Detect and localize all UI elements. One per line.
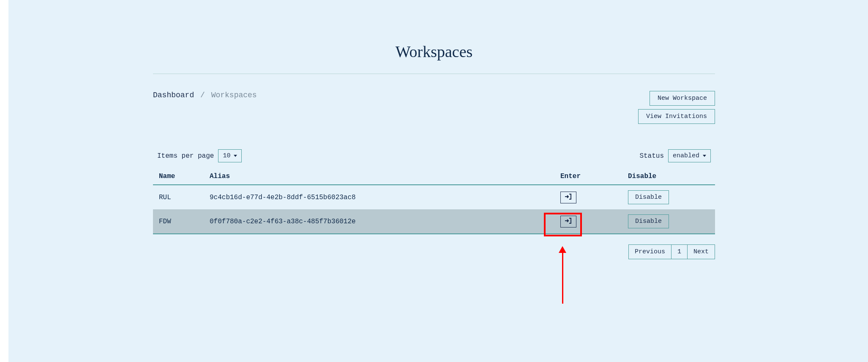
page-number-button[interactable]: 1 <box>671 244 688 259</box>
caret-down-icon <box>234 155 237 157</box>
cell-enter <box>554 209 622 234</box>
header-enter: Enter <box>554 168 622 185</box>
view-invitations-button[interactable]: View Invitations <box>638 109 715 124</box>
cell-disable: Disable <box>622 185 715 209</box>
main-container: Workspaces Dashboard / Workspaces New Wo… <box>153 0 715 259</box>
action-buttons: New Workspace View Invitations <box>638 91 715 124</box>
status-control: Status enabled <box>639 149 711 162</box>
cell-alias: 9c4cb16d-e77d-4e2b-8ddf-6515b6023ac8 <box>204 185 554 209</box>
cell-name: RUL <box>153 185 204 209</box>
cell-alias: 0f0f780a-c2e2-4f63-a38c-485f7b36012e <box>204 209 554 234</box>
items-per-page-select[interactable]: 10 <box>218 149 242 162</box>
items-per-page-value: 10 <box>223 152 230 159</box>
next-page-button[interactable]: Next <box>687 244 715 259</box>
breadcrumb-current: Workspaces <box>211 91 257 99</box>
pagination: Previous 1 Next <box>153 244 715 259</box>
cell-disable: Disable <box>622 209 715 234</box>
breadcrumb-separator: / <box>200 91 205 99</box>
page-title: Workspaces <box>153 42 715 74</box>
header-row: Dashboard / Workspaces New Workspace Vie… <box>153 91 715 124</box>
status-label: Status <box>639 152 664 160</box>
workspaces-table: Name Alias Enter Disable RUL 9c4cb16d-e7… <box>153 168 715 234</box>
enter-workspace-button[interactable] <box>560 192 576 203</box>
table-row: FDW 0f0f780a-c2e2-4f63-a38c-485f7b36012e… <box>153 209 715 234</box>
table-row: RUL 9c4cb16d-e77d-4e2b-8ddf-6515b6023ac8… <box>153 185 715 209</box>
cell-enter <box>554 185 622 209</box>
controls-row: Items per page 10 Status enabled <box>153 149 715 162</box>
enter-icon <box>565 218 572 225</box>
items-per-page-control: Items per page 10 <box>157 149 242 162</box>
header-alias: Alias <box>204 168 554 185</box>
caret-down-icon <box>703 155 706 157</box>
enter-icon <box>565 194 572 201</box>
pagination-inner: Previous 1 Next <box>629 244 715 259</box>
previous-page-button[interactable]: Previous <box>628 244 671 259</box>
left-edge-decoration <box>0 0 8 362</box>
breadcrumb-dashboard-link[interactable]: Dashboard <box>153 91 194 99</box>
disable-button[interactable]: Disable <box>628 214 669 228</box>
status-select[interactable]: enabled <box>668 149 711 162</box>
items-per-page-label: Items per page <box>157 152 214 160</box>
header-name: Name <box>153 168 204 185</box>
header-disable: Disable <box>622 168 715 185</box>
status-value: enabled <box>673 152 699 159</box>
new-workspace-button[interactable]: New Workspace <box>650 91 715 106</box>
cell-name: FDW <box>153 209 204 234</box>
disable-button[interactable]: Disable <box>628 190 669 204</box>
enter-workspace-button[interactable] <box>560 216 576 228</box>
table-header-row: Name Alias Enter Disable <box>153 168 715 185</box>
breadcrumb: Dashboard / Workspaces <box>153 91 257 99</box>
